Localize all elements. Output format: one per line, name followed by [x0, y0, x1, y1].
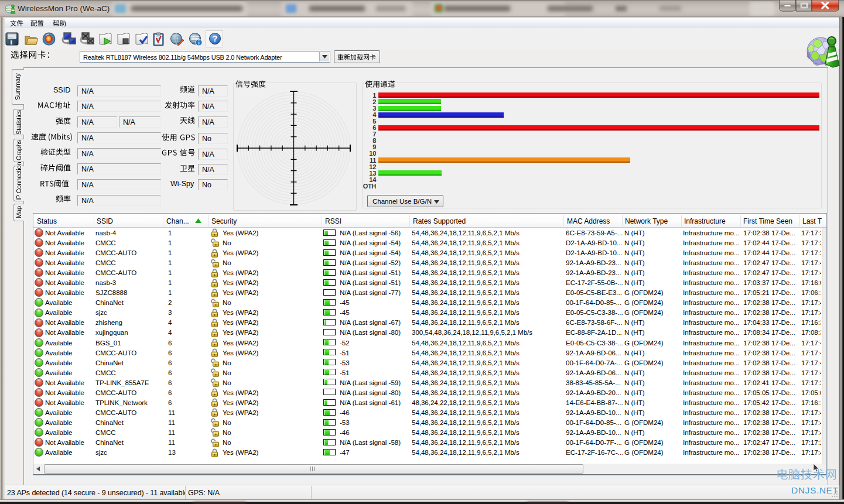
svg-text:i: i — [198, 40, 200, 46]
svg-text:?: ? — [213, 34, 218, 43]
